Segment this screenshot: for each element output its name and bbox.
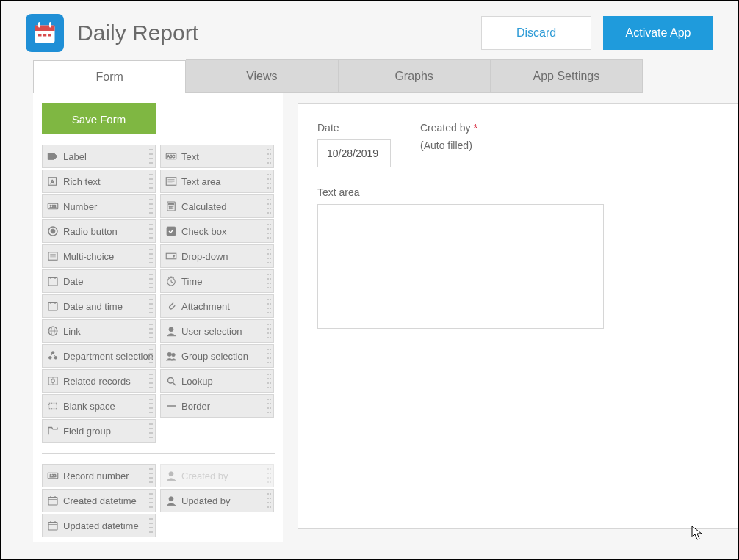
tab-app-settings[interactable]: App Settings xyxy=(491,59,643,92)
field-item-attachment[interactable]: Attachment xyxy=(160,294,274,318)
field-label: Multi-choice xyxy=(63,251,155,262)
field-label: Calculated xyxy=(181,201,273,212)
field-item-blank-space[interactable]: Blank space xyxy=(42,394,156,418)
main-area: Save Form LabelABCTextARich textText are… xyxy=(1,93,738,542)
system-field-item-updated-by[interactable]: Updated by xyxy=(160,489,274,512)
textarea-input[interactable] xyxy=(317,204,604,329)
user-icon xyxy=(161,465,181,487)
svg-rect-33 xyxy=(48,278,57,286)
created-by-field[interactable]: Created by * (Auto filled) xyxy=(420,122,477,167)
field-palette: Save Form LabelABCTextARich textText are… xyxy=(33,93,283,542)
system-field-item-created-datetime[interactable]: Created datetime xyxy=(42,489,156,512)
field-item-drop-down[interactable]: Drop-down xyxy=(160,244,274,268)
svg-point-53 xyxy=(167,352,171,356)
svg-point-47 xyxy=(169,327,173,332)
svg-point-50 xyxy=(54,356,57,359)
field-item-date[interactable]: Date xyxy=(42,269,156,293)
tab-graphs[interactable]: Graphs xyxy=(339,59,491,92)
field-label: Rich text xyxy=(63,176,155,187)
field-item-date-and-time[interactable]: Date and time xyxy=(42,294,156,318)
field-item-label[interactable]: Label xyxy=(42,145,156,168)
field-item-field-group[interactable]: Field group xyxy=(42,419,156,443)
system-field-item-created-by[interactable]: Created by xyxy=(160,464,274,487)
svg-point-48 xyxy=(51,352,54,354)
field-label: Number xyxy=(63,201,155,212)
field-item-radio-button[interactable]: Radio button xyxy=(42,219,156,243)
field-label: Blank space xyxy=(63,401,155,412)
svg-point-26 xyxy=(51,229,55,233)
textarea-field[interactable]: Text area xyxy=(317,186,718,329)
svg-rect-27 xyxy=(167,227,176,236)
field-item-related-records[interactable]: Related records xyxy=(42,369,156,393)
date-input[interactable]: 10/28/2019 xyxy=(317,139,391,167)
svg-rect-18 xyxy=(168,203,174,205)
radio-icon xyxy=(43,220,63,242)
field-label: Date xyxy=(63,276,155,287)
field-item-border[interactable]: Border xyxy=(160,394,274,418)
datetime-icon xyxy=(43,490,63,512)
svg-point-49 xyxy=(48,356,51,359)
field-label: Text xyxy=(181,151,273,162)
created-by-value: (Auto filled) xyxy=(420,139,477,151)
tab-views[interactable]: Views xyxy=(186,59,338,92)
lookup-icon xyxy=(161,370,181,392)
svg-point-56 xyxy=(51,379,55,383)
dept-icon xyxy=(43,345,63,367)
page-title: Daily Report xyxy=(77,21,481,46)
dropdown-icon xyxy=(161,245,181,267)
field-item-check-box[interactable]: Check box xyxy=(160,219,274,243)
discard-button[interactable]: Discard xyxy=(481,16,591,50)
svg-rect-66 xyxy=(48,498,57,506)
date-field[interactable]: Date 10/28/2019 xyxy=(317,122,391,167)
save-form-button[interactable]: Save Form xyxy=(42,103,156,134)
field-item-rich-text[interactable]: ARich text xyxy=(42,170,156,193)
tab-form[interactable]: Form xyxy=(33,60,186,93)
label-icon xyxy=(43,145,63,167)
date-label: Date xyxy=(317,122,391,134)
field-label: Lookup xyxy=(181,376,273,387)
field-label: Check box xyxy=(181,226,273,237)
field-item-lookup[interactable]: Lookup xyxy=(160,369,274,393)
field-item-group-selection[interactable]: Group selection xyxy=(160,344,274,368)
datetime-icon xyxy=(43,295,63,317)
svg-line-60 xyxy=(173,382,176,385)
svg-point-20 xyxy=(170,206,172,208)
svg-point-54 xyxy=(172,353,176,357)
svg-point-59 xyxy=(168,378,174,384)
svg-rect-61 xyxy=(49,403,57,409)
system-field-item-record-number[interactable]: 123Record number xyxy=(42,464,156,487)
svg-rect-71 xyxy=(48,523,57,531)
field-item-link[interactable]: Link xyxy=(42,319,156,343)
activate-app-button[interactable]: Activate App xyxy=(603,16,713,50)
field-label: Created datetime xyxy=(63,495,155,506)
field-list: LabelABCTextARich textText area123Number… xyxy=(42,145,274,443)
check-icon xyxy=(161,220,181,242)
svg-text:A: A xyxy=(51,178,54,185)
field-item-user-selection[interactable]: User selection xyxy=(160,319,274,343)
field-label: Field group xyxy=(63,426,155,437)
field-label: Drop-down xyxy=(181,251,273,262)
form-canvas[interactable]: Date 10/28/2019 Created by * (Auto fille… xyxy=(298,103,738,529)
group-icon xyxy=(161,345,181,367)
svg-rect-4 xyxy=(38,34,42,37)
field-item-department-selection[interactable]: Department selection xyxy=(42,344,156,368)
textarea-label: Text area xyxy=(317,186,718,198)
svg-text:123: 123 xyxy=(50,204,57,208)
group_f-icon xyxy=(43,420,63,442)
field-item-multi-choice[interactable]: Multi-choice xyxy=(42,244,156,268)
field-item-number[interactable]: 123Number xyxy=(42,194,156,218)
field-label: Updated datetime xyxy=(63,520,155,531)
field-item-calculated[interactable]: Calculated xyxy=(160,194,274,218)
field-item-text[interactable]: ABCText xyxy=(160,145,274,168)
field-label: Updated by xyxy=(181,495,273,506)
text-icon: ABC xyxy=(161,145,181,167)
created-by-label: Created by * xyxy=(420,122,477,134)
field-item-time[interactable]: Time xyxy=(160,269,274,293)
field-label: Created by xyxy=(181,470,273,481)
field-item-text-area[interactable]: Text area xyxy=(160,170,274,193)
field-label: Link xyxy=(63,326,155,337)
field-label: Text area xyxy=(181,176,273,187)
svg-rect-1 xyxy=(35,26,55,32)
system-field-item-updated-datetime[interactable]: Updated datetime xyxy=(42,514,156,537)
blank-icon xyxy=(43,395,63,417)
